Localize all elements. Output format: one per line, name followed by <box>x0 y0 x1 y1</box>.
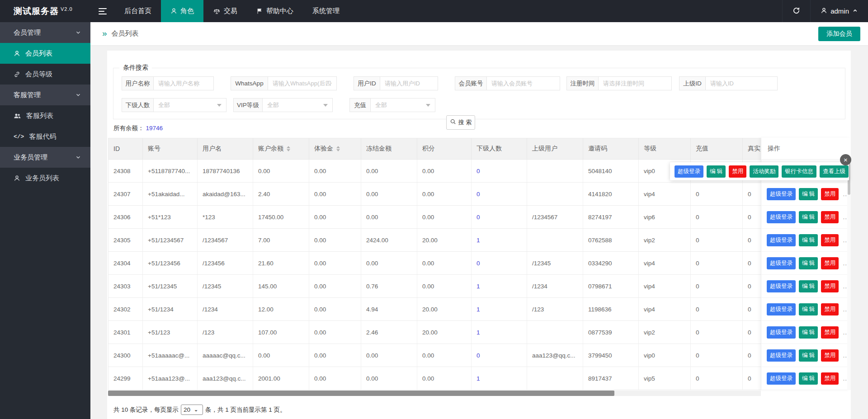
top-menu-item-0[interactable]: 后台首页 <box>115 0 161 22</box>
sidebar-group-0[interactable]: 会员管理 <box>0 22 90 43</box>
cell-id: 24299 <box>108 367 143 390</box>
subordinates-link[interactable]: 1 <box>476 306 480 313</box>
cell-balance: 12.00 <box>253 298 309 320</box>
sidebar-item-2[interactable]: 会员等级 <box>0 64 90 85</box>
row-action-2[interactable]: 禁用 <box>821 303 839 315</box>
top-menu-item-1[interactable]: 角色 <box>161 0 203 22</box>
close-icon[interactable]: × <box>840 154 851 165</box>
row-action-0[interactable]: 超级登录 <box>767 349 796 362</box>
refresh-button[interactable] <box>782 0 810 22</box>
field-input-2[interactable] <box>380 77 438 90</box>
row-action-1[interactable]: 编 辑 <box>799 211 818 223</box>
search-select-1[interactable]: VIP等级全部 <box>233 98 333 112</box>
balance-summary: 所有余额：19746 <box>113 124 163 132</box>
row-action-1[interactable]: 编 辑 <box>799 349 818 362</box>
row-action-2[interactable]: 禁用 <box>821 234 839 246</box>
row-action-1[interactable]: 编 辑 <box>799 257 818 269</box>
top-menu-item-4[interactable]: 系统管理 <box>303 0 349 22</box>
search-select-2[interactable]: 充值全部 <box>349 98 435 112</box>
overlay-action-1[interactable]: 编 辑 <box>707 165 726 178</box>
subordinates-link[interactable]: 0 <box>476 214 480 221</box>
row-action-1[interactable]: 编 辑 <box>799 372 818 385</box>
cell-balance: 0.00 <box>253 344 309 367</box>
top-menu-item-3[interactable]: 帮助中心 <box>247 0 303 22</box>
cell-subs: 1 <box>472 298 527 320</box>
vertical-scrollbar[interactable] <box>847 160 851 390</box>
search-select-0[interactable]: 下级人数全部 <box>122 98 226 112</box>
scales-icon <box>213 8 221 15</box>
cell-account: +51/123 <box>143 321 198 344</box>
overlay-action-2[interactable]: 禁用 <box>729 165 746 178</box>
field-input-5[interactable] <box>706 77 777 90</box>
add-member-button[interactable]: 添加会员 <box>818 27 860 41</box>
row-action-1[interactable]: 编 辑 <box>799 326 818 339</box>
row-action-0[interactable]: 超级登录 <box>767 257 796 269</box>
horizontal-scrollbar-thumb[interactable] <box>108 391 614 396</box>
sort-icon[interactable] <box>287 146 290 151</box>
sidebar-group-6[interactable]: 业务员管理 <box>0 147 90 168</box>
subordinates-link[interactable]: 1 <box>476 329 480 336</box>
menu-toggle-icon[interactable] <box>90 0 115 22</box>
row-action-1[interactable]: 编 辑 <box>799 303 818 315</box>
page-size-select[interactable]: 20 ⌄ <box>181 405 203 415</box>
row-action-1[interactable]: 编 辑 <box>799 234 818 246</box>
user-menu[interactable]: admin <box>810 0 868 22</box>
column-header-4[interactable]: 体验金 <box>309 138 361 159</box>
row-action-2[interactable]: 禁用 <box>821 372 839 385</box>
sort-icon[interactable] <box>336 146 340 151</box>
chevron-down-icon <box>75 92 81 98</box>
balance-value[interactable]: 19746 <box>146 125 163 132</box>
field-input-0[interactable] <box>154 77 213 90</box>
row-action-2[interactable]: 禁用 <box>821 257 839 269</box>
row-action-0[interactable]: 超级登录 <box>767 280 796 292</box>
search-field-5: 上级ID <box>679 76 778 90</box>
cell-points: 0.00 <box>417 183 472 205</box>
sidebar-group-3[interactable]: 客服管理 <box>0 85 90 105</box>
sidebar-item-label: 会员列表 <box>25 49 52 58</box>
field-input-3[interactable] <box>487 77 560 90</box>
overlay-action-3[interactable]: 活动奖励 <box>750 165 778 178</box>
overlay-action-4[interactable]: 银行卡信息 <box>782 165 816 178</box>
sidebar-item-5[interactable]: </>客服代码 <box>0 126 90 147</box>
overlay-action-0[interactable]: 超级登录 <box>675 165 703 178</box>
top-menu-item-2[interactable]: 交易 <box>203 0 247 22</box>
subordinates-link[interactable]: 0 <box>476 260 480 267</box>
cell-balance: 107.00 <box>253 321 309 344</box>
row-action-2[interactable]: 禁用 <box>821 280 839 292</box>
cell-parent <box>527 183 583 205</box>
app-logo: 测试服务器 V2.0 <box>0 0 90 22</box>
cell-account: +51/1234 <box>143 298 198 320</box>
row-action-0[interactable]: 超级登录 <box>767 303 796 315</box>
overlay-action-5[interactable]: 查看上级 <box>820 165 849 178</box>
subordinates-link[interactable]: 0 <box>476 168 480 174</box>
row-action-0[interactable]: 超级登录 <box>767 372 796 385</box>
row-action-0[interactable]: 超级登录 <box>767 326 796 339</box>
field-input-1[interactable] <box>268 77 336 90</box>
row-action-2[interactable]: 禁用 <box>821 211 839 223</box>
column-header-3[interactable]: 账户余额 <box>253 138 309 159</box>
field-label: 充值 <box>350 99 371 112</box>
row-action-2[interactable]: 禁用 <box>821 326 839 339</box>
row-action-0[interactable]: 超级登录 <box>767 234 796 246</box>
field-input-4[interactable] <box>599 77 671 90</box>
sidebar-item-7[interactable]: 业务员列表 <box>0 168 90 188</box>
sidebar-item-4[interactable]: 客服列表 <box>0 105 90 126</box>
subordinates-link[interactable]: 1 <box>476 237 480 244</box>
subordinates-link[interactable]: 1 <box>476 283 480 290</box>
code-icon: </> <box>14 133 24 140</box>
topbar-right: admin <box>782 0 868 22</box>
subordinates-link[interactable]: 1 <box>476 375 480 382</box>
row-action-2[interactable]: 禁用 <box>821 349 839 362</box>
subordinates-link[interactable]: 0 <box>476 352 480 359</box>
row-action-2[interactable]: 禁用 <box>821 188 839 200</box>
subordinates-link[interactable]: 0 <box>476 191 480 198</box>
row-action-1[interactable]: 编 辑 <box>799 280 818 292</box>
row-action-0[interactable]: 超级登录 <box>767 211 796 223</box>
row-action-0[interactable]: 超级登录 <box>767 188 796 200</box>
horizontal-scrollbar[interactable] <box>108 391 761 396</box>
sidebar-item-1[interactable]: 会员列表 <box>0 43 90 64</box>
action-cell-24301: 超级登录编 辑禁用... <box>761 321 851 344</box>
select-caret-icon: ⌄ <box>194 407 198 413</box>
search-button[interactable]: 搜 索 <box>446 115 475 130</box>
row-action-1[interactable]: 编 辑 <box>799 188 818 200</box>
